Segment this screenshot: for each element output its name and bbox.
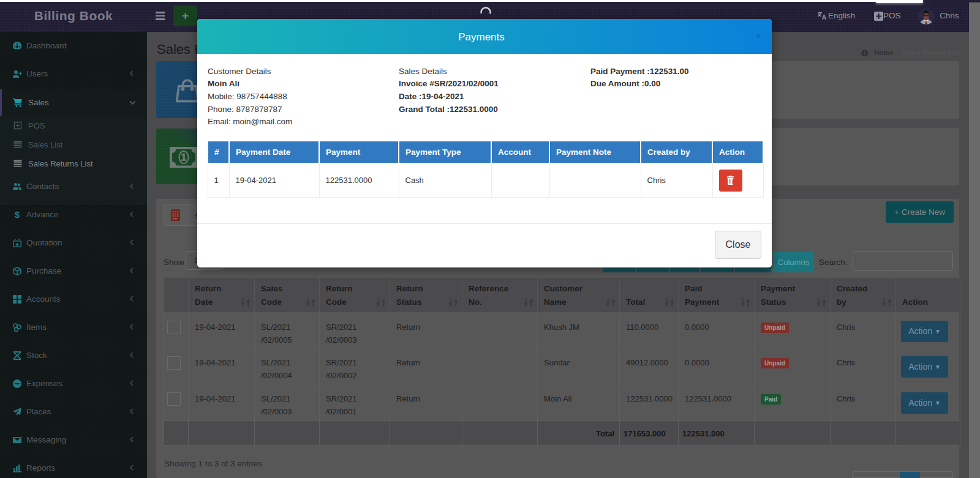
svg-text:$: $ (15, 210, 20, 220)
